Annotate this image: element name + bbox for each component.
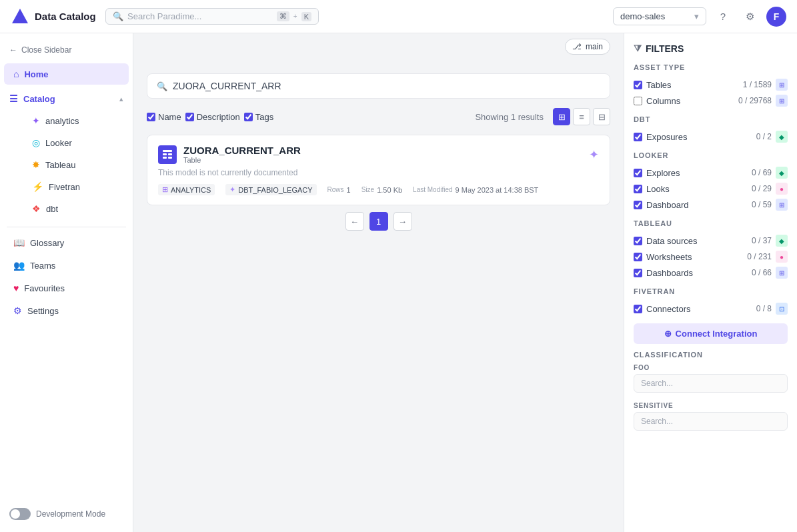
results-count: Showing 1 results	[475, 112, 544, 122]
worksheets-type-icon: ●	[776, 251, 788, 263]
data-sources-checkbox[interactable]	[634, 237, 642, 245]
tables-checkbox[interactable]	[634, 81, 642, 89]
worksheets-checkbox[interactable]	[634, 253, 642, 261]
content-inner: 🔍 Name Description Tags Showing 1 result…	[133, 60, 624, 532]
sidebar-item-glossary[interactable]: 📖 Glossary	[4, 232, 129, 253]
filter-tags-checkbox[interactable]	[244, 113, 253, 121]
pagination: ← 1 →	[147, 212, 610, 231]
explores-type-icon: ◆	[776, 167, 788, 179]
filter-name-checkbox[interactable]	[147, 113, 155, 121]
filter-name-label: Name	[158, 112, 181, 122]
catalog-section: ☰ Catalog ▴ ✦ analytics ◎ Looker ✸ Table…	[0, 88, 133, 220]
sidebar-item-analytics[interactable]: ✦ analytics	[23, 110, 129, 131]
modified-value: 9 May 2023 at 14:38 BST	[456, 186, 539, 194]
looker-label: Looker	[45, 138, 72, 148]
close-sidebar-label: Close Sidebar	[21, 45, 71, 55]
exposures-type-icon: ◆	[776, 131, 788, 143]
sidebar-item-teams[interactable]: 👥 Teams	[4, 255, 129, 276]
heart-icon: ♥	[13, 283, 19, 293]
sidebar-item-favourites[interactable]: ♥ Favourites	[4, 277, 129, 299]
main-layout: ← Close Sidebar ⌂ Home ☰ Catalog ▴ ✦ ana…	[0, 33, 797, 532]
columns-count: 0 / 29768	[738, 96, 772, 105]
home-icon: ⌂	[13, 69, 19, 79]
size-meta: Size 1.50 Kb	[361, 186, 402, 194]
explores-checkbox[interactable]	[634, 169, 642, 177]
branch-badge[interactable]: ⎇ main	[565, 39, 610, 55]
filter-data-sources-row: Data sources 0 / 37 ◆	[634, 233, 788, 249]
sensitive-search-input[interactable]	[634, 412, 788, 431]
result-meta: ⊞ ANALYTICS ✦ DBT_FABIO_LEGACY Rows 1 Si…	[158, 184, 599, 195]
size-label: Size	[361, 186, 374, 193]
tables-type-icon: ⊞	[776, 79, 788, 91]
logo-icon	[11, 7, 29, 26]
filter-connectors-row: Connectors 0 / 8 ⊡	[634, 301, 788, 317]
foo-search-input[interactable]	[634, 374, 788, 393]
columns-filter-label: Columns	[646, 96, 734, 106]
sidebar-item-looker[interactable]: ◎ Looker	[23, 132, 129, 153]
loading-icon: ✦	[589, 147, 599, 162]
settings-button[interactable]: ⚙	[740, 7, 760, 27]
filter-looks-row: Looks 0 / 29 ●	[634, 181, 788, 197]
table-type-icon	[158, 145, 177, 164]
looks-type-icon: ●	[776, 183, 788, 195]
filter-desc-check[interactable]: Description	[185, 112, 240, 122]
filter-tableau-dashboards-row: Dashboards 0 / 66 ⊞	[634, 265, 788, 281]
branch-name: main	[586, 42, 603, 51]
sidebar-item-home[interactable]: ⌂ Home	[4, 63, 129, 85]
analytics-icon: ✦	[32, 115, 40, 126]
settings-icon: ⚙	[13, 305, 22, 316]
dbt-section-label: DBT	[634, 115, 788, 123]
tableau-dashboards-filter-label: Dashboards	[646, 268, 748, 278]
result-type: Table	[183, 156, 301, 164]
next-page-button[interactable]: →	[393, 212, 412, 231]
tableau-icon: ✸	[32, 159, 40, 170]
catalog-icon: ☰	[9, 93, 18, 104]
tableau-dashboards-checkbox[interactable]	[634, 269, 642, 277]
list-view-button[interactable]: ≡	[573, 108, 590, 125]
source-analytics-tag: ⊞ ANALYTICS	[158, 184, 215, 195]
connectors-type-icon: ⊡	[776, 303, 788, 315]
filter-name-check[interactable]: Name	[147, 112, 181, 122]
columns-type-icon: ⊞	[776, 95, 788, 107]
content-area: ⎇ main 🔍 Name Description	[133, 33, 624, 532]
dev-mode-label: Development Mode	[36, 509, 105, 519]
close-sidebar-button[interactable]: ← Close Sidebar	[0, 40, 133, 60]
connectors-checkbox[interactable]	[634, 305, 642, 313]
connect-integration-button[interactable]: ⊕ Connect Integration	[634, 323, 788, 344]
app-logo: Data Catalog	[11, 7, 97, 26]
sidebar-item-tableau[interactable]: ✸ Tableau	[23, 154, 129, 175]
filter-desc-checkbox[interactable]	[185, 113, 194, 121]
user-avatar[interactable]: F	[766, 7, 786, 27]
result-header: ZUORA_CURRENT_ARR Table ✦	[158, 145, 599, 164]
fivetran-section-label: FIVETRAN	[634, 287, 788, 295]
branch-icon: ⎇	[572, 42, 582, 51]
env-selector[interactable]: demo-sales ▾	[613, 7, 706, 25]
grid-view-button[interactable]: ⊞	[553, 108, 570, 125]
dev-mode-toggle[interactable]: Development Mode	[0, 503, 133, 525]
filter-tags-label: Tags	[255, 112, 273, 122]
looks-checkbox[interactable]	[634, 185, 642, 193]
global-search-bar[interactable]: 🔍 Search Paradime... ⌘ + K	[105, 8, 319, 25]
main-search-icon: 🔍	[157, 81, 167, 91]
prev-page-button[interactable]: ←	[345, 212, 364, 231]
sidebar-item-fivetran[interactable]: ⚡ Fivetran	[23, 176, 129, 197]
filter-tags-check[interactable]: Tags	[244, 112, 273, 122]
compact-view-button[interactable]: ⊟	[593, 108, 610, 125]
sidebar-item-settings[interactable]: ⚙ Settings	[4, 300, 129, 321]
looker-dashboard-count: 0 / 59	[752, 200, 772, 209]
main-search-input[interactable]	[173, 81, 600, 91]
view-icons: ⊞ ≡ ⊟	[553, 108, 610, 125]
gear-icon: ⚙	[746, 11, 754, 23]
filter-columns-row: Columns 0 / 29768 ⊞	[634, 93, 788, 109]
looker-dashboard-checkbox[interactable]	[634, 201, 642, 209]
exposures-checkbox[interactable]	[634, 133, 642, 141]
sidebar-item-dbt[interactable]: ❖ dbt	[23, 198, 129, 219]
columns-checkbox[interactable]	[634, 97, 642, 105]
help-button[interactable]: ?	[713, 7, 733, 27]
looker-icon: ◎	[32, 137, 40, 148]
rows-label: Rows	[327, 186, 344, 193]
page-1-button[interactable]: 1	[369, 212, 388, 231]
toggle-switch[interactable]	[9, 508, 31, 520]
filter-exposures-row: Exposures 0 / 2 ◆	[634, 129, 788, 145]
catalog-item[interactable]: ☰ Catalog ▴	[0, 88, 133, 109]
